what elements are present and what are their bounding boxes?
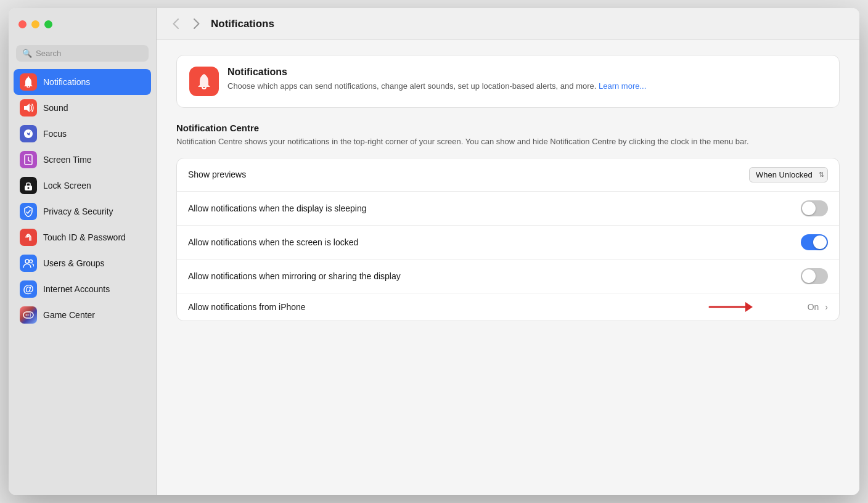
svg-rect-0 xyxy=(28,76,29,78)
search-bar[interactable]: 🔍 xyxy=(16,45,149,62)
svg-point-5 xyxy=(25,260,29,263)
sidebar-item-internet[interactable]: @Internet Accounts xyxy=(14,276,151,302)
svg-point-10 xyxy=(30,314,31,315)
toggle-mirroring[interactable] xyxy=(801,268,828,284)
svg-point-8 xyxy=(26,314,27,316)
svg-point-6 xyxy=(30,260,33,263)
chevron-icon-iphone: › xyxy=(825,302,828,312)
fullscreen-button[interactable] xyxy=(44,20,52,28)
card-description: Choose which apps can send notifications… xyxy=(227,80,646,92)
search-icon: 🔍 xyxy=(22,49,32,58)
sidebar-item-label-touchid: Touch ID & Password xyxy=(43,232,126,242)
row-control-screen-locked[interactable] xyxy=(801,234,828,250)
page-title: Notifications xyxy=(211,18,274,30)
svg-point-11 xyxy=(30,316,31,317)
sidebar-item-sound[interactable]: Sound xyxy=(14,95,151,121)
arrow-value-iphone: On xyxy=(808,302,819,312)
sidebar-item-focus[interactable]: Focus xyxy=(14,121,151,147)
card-title: Notifications xyxy=(227,67,646,78)
content-area: Notifications Choose which apps can send… xyxy=(157,40,859,495)
lockscreen-icon xyxy=(20,177,37,194)
svg-point-3 xyxy=(28,187,30,189)
sidebar-item-touchid[interactable]: Touch ID & Password xyxy=(14,224,151,250)
main-content: Notifications Notifications Choose which… xyxy=(157,8,859,495)
toggle-knob-screen-locked xyxy=(813,235,827,249)
learn-more-link[interactable]: Learn more... xyxy=(599,81,646,91)
notifications-card-icon xyxy=(189,67,219,96)
red-arrow-annotation xyxy=(703,296,765,318)
section-description: Notification Centre shows your notificat… xyxy=(176,136,840,148)
main-window: 🔍 NotificationsSoundFocusScreen TimeLock… xyxy=(9,8,859,495)
sidebar-item-screentime[interactable]: Screen Time xyxy=(14,147,151,173)
sidebar-item-label-lockscreen: Lock Screen xyxy=(43,181,91,190)
users-icon xyxy=(20,255,37,272)
sidebar-list: NotificationsSoundFocusScreen TimeLock S… xyxy=(9,67,156,495)
row-control-iphone[interactable]: On› xyxy=(808,302,828,312)
sidebar-item-gamecenter[interactable]: Game Center xyxy=(14,302,151,328)
notifications-card-text: Notifications Choose which apps can send… xyxy=(227,67,646,92)
settings-row-screen-locked: Allow notifications when the screen is l… xyxy=(177,226,839,260)
svg-point-9 xyxy=(28,314,29,316)
sidebar-item-label-gamecenter: Game Center xyxy=(43,310,95,320)
back-button[interactable] xyxy=(169,17,182,30)
window-titlebar xyxy=(9,8,156,40)
sidebar-item-privacy[interactable]: Privacy & Security xyxy=(14,198,151,224)
settings-table: Show previewsWhen UnlockedAllow notifica… xyxy=(176,158,840,321)
screentime-icon xyxy=(20,151,37,168)
sidebar-item-label-internet: Internet Accounts xyxy=(43,284,110,294)
toggle-display-sleeping[interactable] xyxy=(801,200,828,216)
settings-row-mirroring: Allow notifications when mirroring or sh… xyxy=(177,260,839,293)
sidebar-item-lockscreen[interactable]: Lock Screen xyxy=(14,173,151,198)
notifications-icon xyxy=(20,73,37,91)
gamecenter-icon xyxy=(20,306,37,324)
toggle-knob-display-sleeping xyxy=(802,202,816,215)
row-label-iphone: Allow notifications from iPhone xyxy=(188,302,306,312)
settings-row-show-previews: Show previewsWhen Unlocked xyxy=(177,158,839,192)
sidebar-item-label-focus: Focus xyxy=(43,129,67,139)
sidebar-item-notifications[interactable]: Notifications xyxy=(14,69,151,95)
select-wrapper-show-previews[interactable]: When Unlocked xyxy=(749,167,828,182)
sidebar-item-label-screentime: Screen Time xyxy=(43,155,92,165)
settings-row-display-sleeping: Allow notifications when the display is … xyxy=(177,192,839,226)
traffic-lights xyxy=(18,20,52,28)
search-input[interactable] xyxy=(36,49,142,58)
sidebar-item-label-sound: Sound xyxy=(43,103,68,113)
row-control-show-previews[interactable]: When Unlocked xyxy=(749,167,828,182)
settings-row-iphone: Allow notifications from iPhoneOn› xyxy=(177,293,839,321)
row-control-mirroring[interactable] xyxy=(801,268,828,284)
touchid-icon xyxy=(20,229,37,246)
notification-centre-section: Notification Centre Notification Centre … xyxy=(176,123,840,321)
privacy-icon xyxy=(20,203,37,220)
main-titlebar: Notifications xyxy=(157,8,859,40)
sound-icon xyxy=(20,99,37,117)
minimize-button[interactable] xyxy=(31,20,39,28)
row-control-display-sleeping[interactable] xyxy=(801,200,828,216)
section-title: Notification Centre xyxy=(176,123,840,133)
forward-button[interactable] xyxy=(190,17,203,30)
sidebar-item-label-notifications: Notifications xyxy=(43,77,90,87)
row-label-mirroring: Allow notifications when mirroring or sh… xyxy=(188,271,401,281)
sidebar-item-label-privacy: Privacy & Security xyxy=(43,207,113,216)
row-label-screen-locked: Allow notifications when the screen is l… xyxy=(188,237,358,247)
focus-icon xyxy=(20,125,37,142)
notifications-info-card: Notifications Choose which apps can send… xyxy=(176,55,840,108)
sidebar-item-label-users: Users & Groups xyxy=(43,258,105,268)
sidebar-item-users[interactable]: Users & Groups xyxy=(14,250,151,276)
toggle-knob-mirroring xyxy=(802,269,816,283)
row-label-display-sleeping: Allow notifications when the display is … xyxy=(188,203,367,213)
sidebar: 🔍 NotificationsSoundFocusScreen TimeLock… xyxy=(9,8,157,495)
row-label-show-previews: Show previews xyxy=(188,170,246,179)
close-button[interactable] xyxy=(18,20,27,28)
internet-icon: @ xyxy=(20,280,37,298)
select-show-previews[interactable]: When Unlocked xyxy=(749,167,828,182)
toggle-screen-locked[interactable] xyxy=(801,234,828,250)
